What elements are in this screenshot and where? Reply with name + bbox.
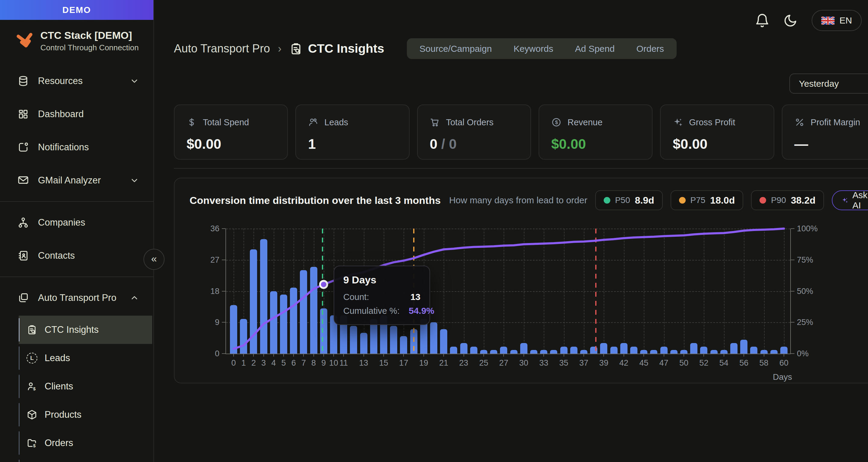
- y-tick-left: [222, 353, 225, 354]
- sidebar-item-dashboard[interactable]: Dashboard: [0, 98, 153, 131]
- main-content: EN MA Auto Transport Pro › CTC Insights …: [154, 0, 868, 462]
- dark-mode-moon-icon[interactable]: [783, 13, 798, 28]
- chevron-down-icon: [129, 175, 140, 186]
- y-tick-left: [222, 322, 225, 323]
- topbar: EN MA: [755, 10, 868, 31]
- y-axis-label: 27: [210, 255, 219, 264]
- kpi-row: Total Spend $0.00 Leads 1 Total Orders 0…: [174, 104, 868, 160]
- language-selector[interactable]: EN: [812, 10, 862, 31]
- x-tick-label: 45: [639, 358, 648, 368]
- sidebar-item-resources[interactable]: Resources: [0, 64, 153, 98]
- x-tick-label: 5: [281, 358, 286, 368]
- x-tick: [524, 354, 524, 357]
- chip-dot-icon: [760, 197, 766, 204]
- kpi-card-total-spend: Total Spend $0.00: [174, 104, 288, 160]
- notifications-bell-icon[interactable]: [755, 13, 770, 28]
- sidebar-subitem-orders[interactable]: $Orders: [19, 429, 152, 457]
- x-tick-label: 39: [599, 358, 608, 368]
- x-tick: [293, 354, 294, 357]
- x-tick: [744, 354, 744, 357]
- sparkles-icon: [841, 195, 848, 205]
- kpi-card-leads: Leads 1: [296, 104, 409, 160]
- kpi-value: $0.00: [673, 136, 761, 152]
- x-tick-label: 21: [439, 358, 448, 368]
- tab-keywords[interactable]: Keywords: [503, 38, 564, 59]
- x-tick-label: 15: [379, 358, 388, 368]
- x-tick-label: 13: [359, 358, 368, 368]
- products-icon: [27, 409, 37, 420]
- x-tick: [233, 354, 234, 357]
- y-tick-left: [222, 291, 225, 292]
- kpi-label: Gross Profit: [689, 118, 735, 127]
- sidebar-subitem-ctc-insights[interactable]: CTC Insights: [19, 316, 152, 344]
- kpi-value: 1: [308, 136, 397, 152]
- sidebar-subitem-clients[interactable]: $Clients: [19, 372, 152, 401]
- x-tick-label: 37: [579, 358, 588, 368]
- brand-logo-icon: [16, 31, 35, 50]
- dollar-circle-icon: $: [551, 117, 561, 127]
- kpi-label: Leads: [324, 118, 348, 127]
- date-range-value: Yesterday: [799, 78, 839, 89]
- hovered-point-marker: [320, 281, 327, 288]
- page-title: CTC Insights: [308, 41, 384, 56]
- percentile-chip-p50: P50 8.9d: [595, 190, 663, 210]
- ask-ai-label: Ask AI: [852, 190, 868, 210]
- date-range-select[interactable]: Yesterday: [789, 73, 868, 94]
- svg-text:$: $: [555, 120, 558, 125]
- tooltip-cumulative-label: Cumulative %:: [343, 306, 400, 316]
- x-tick-label: 9: [321, 358, 326, 368]
- uk-flag-icon: [821, 16, 835, 25]
- x-tick: [764, 354, 764, 357]
- sidebar-subitem-ad-spend[interactable]: ADAd Spend: [19, 457, 152, 462]
- sidebar-menu-top: Resources Dashboard Notifications GMail …: [0, 64, 153, 197]
- svg-text:$: $: [33, 386, 36, 391]
- y2-axis-label: 0%: [797, 349, 809, 358]
- mail-icon: [18, 175, 29, 186]
- contacts-icon: [18, 250, 29, 261]
- x-tick-label: 8: [311, 358, 316, 368]
- percentile-chip-p75: P75 18.0d: [671, 190, 744, 210]
- kpi-value: 0 / 0: [430, 136, 518, 152]
- sidebar-item-contacts[interactable]: Contacts: [0, 239, 153, 272]
- x-tick-label: 54: [719, 358, 728, 368]
- x-tick: [704, 354, 704, 357]
- sidebar-subitem-products[interactable]: Products: [19, 401, 152, 429]
- sidebar-subitem-leads[interactable]: LLeads: [19, 344, 152, 372]
- companies-icon: [18, 217, 29, 228]
- x-tick-label: 3: [261, 358, 266, 368]
- x-tick-label: 25: [479, 358, 488, 368]
- breadcrumb-separator: ›: [278, 42, 281, 55]
- tab-source-campaign[interactable]: Source/Campaign: [409, 38, 503, 59]
- kpi-label: Revenue: [567, 118, 602, 127]
- breadcrumb-parent[interactable]: Auto Transport Pro: [174, 42, 270, 55]
- kpi-card-profit-margin: Profit Margin —: [782, 104, 868, 160]
- tab-ad-spend[interactable]: Ad Spend: [564, 38, 626, 59]
- y2-axis-label: 50%: [797, 287, 813, 296]
- chart-plot-area: Days 01234567891011131517192123252730333…: [226, 229, 790, 354]
- x-tick-label: 42: [619, 358, 628, 368]
- x-tick: [313, 354, 314, 357]
- kpi-label: Total Spend: [203, 118, 249, 127]
- x-tick-label: 11: [339, 358, 348, 368]
- y2-axis-label: 100%: [797, 224, 818, 233]
- filter-row: Yesterday: [174, 73, 868, 94]
- x-tick-label: 2: [251, 358, 256, 368]
- sidebar-item-gmail-analyzer[interactable]: GMail Analyzer: [0, 164, 153, 197]
- sidebar-item-auto-transport-pro[interactable]: Auto Transport Pro: [0, 281, 153, 315]
- sidebar-collapse-button[interactable]: «: [144, 249, 164, 270]
- percentile-chips: P50 8.9d P75 18.0d P90 38.2d: [587, 190, 824, 210]
- users-icon: [308, 117, 318, 127]
- x-tick-label: 56: [739, 358, 748, 368]
- database-icon: [18, 75, 29, 87]
- sidebar-item-companies[interactable]: Companies: [0, 206, 153, 239]
- ask-ai-button[interactable]: Ask AI: [832, 190, 868, 210]
- sidebar: DEMO CTC Stack [DEMO] Control Through Co…: [0, 0, 154, 462]
- app-root: DEMO CTC Stack [DEMO] Control Through Co…: [0, 0, 868, 462]
- x-tick: [684, 354, 684, 357]
- sidebar-item-notifications[interactable]: Notifications: [0, 131, 153, 164]
- y2-axis-label: 75%: [797, 255, 813, 264]
- clients-icon: $: [27, 381, 37, 392]
- tab-orders[interactable]: Orders: [625, 38, 675, 59]
- y-tick-left: [222, 228, 225, 229]
- y-tick-right: [791, 291, 795, 292]
